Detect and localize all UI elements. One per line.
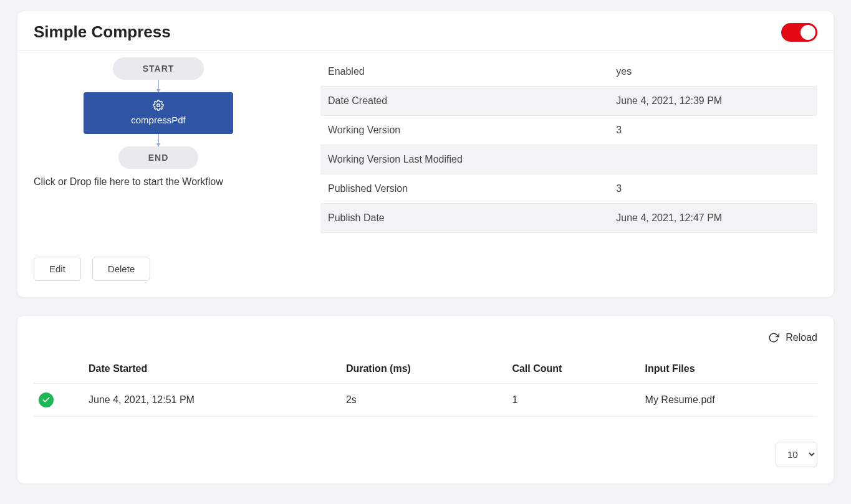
workflow-title: Simple Compress [34,22,171,42]
col-status [34,357,84,384]
col-duration: Duration (ms) [341,357,507,384]
pager-row: 10 [34,442,817,467]
info-label: Working Version [320,116,608,145]
runs-card: Reload Date Started Duration (ms) Call C… [17,316,834,483]
workflow-body: START compressPdf END Click or Drop file… [17,51,834,244]
runs-table: Date Started Duration (ms) Call Count In… [34,357,817,417]
runs-body: Reload Date Started Duration (ms) Call C… [17,316,834,483]
gear-icon [153,100,164,111]
col-call-count: Call Count [507,357,640,384]
flow-start-node: START [113,57,204,80]
cell-call-count: 1 [507,384,640,417]
workflow-info-table: Enabled yes Date Created June 4, 2021, 1… [320,57,817,233]
workflow-diagram-column: START compressPdf END Click or Drop file… [34,57,283,233]
enabled-toggle[interactable] [781,23,817,42]
table-row[interactable]: June 4, 2021, 12:51 PM 2s 1 My Resume.pd… [34,384,817,417]
info-row: Publish Date June 4, 2021, 12:47 PM [320,204,817,233]
info-value: yes [608,57,817,87]
runs-header-row: Date Started Duration (ms) Call Count In… [34,357,817,384]
workflow-actions: Edit Delete [17,244,834,297]
info-value: 3 [608,174,817,204]
info-value: June 4, 2021, 12:47 PM [608,204,817,233]
workflow-card-header: Simple Compress [17,11,834,51]
flow-arrow-icon [158,80,159,92]
info-row: Published Version 3 [320,174,817,204]
flow-step-node: compressPdf [84,92,233,134]
workflow-flow[interactable]: START compressPdf END [34,57,283,169]
cell-status [34,384,84,417]
flow-step-label: compressPdf [131,115,186,125]
flow-end-node: END [118,146,199,169]
info-row: Working Version 3 [320,116,817,145]
toggle-knob [801,25,815,40]
info-row: Date Created June 4, 2021, 12:39 PM [320,87,817,116]
delete-button[interactable]: Delete [92,257,150,281]
col-input-files: Input Files [640,357,817,384]
info-label: Publish Date [320,204,608,233]
cell-input-files: My Resume.pdf [640,384,817,417]
reload-button[interactable]: Reload [34,332,817,343]
flow-arrow-icon [158,134,159,146]
reload-label: Reload [786,332,817,343]
edit-button[interactable]: Edit [34,257,81,281]
info-label: Working Version Last Modified [320,145,608,174]
workflow-card: Simple Compress START compressPdf END Cl… [17,11,834,297]
info-row: Enabled yes [320,57,817,87]
drop-hint: Click or Drop file here to start the Wor… [34,176,283,188]
info-value: June 4, 2021, 12:39 PM [608,87,817,116]
cell-date-started: June 4, 2021, 12:51 PM [84,384,341,417]
info-value [608,145,817,174]
info-value: 3 [608,116,817,145]
info-label: Published Version [320,174,608,204]
info-row: Working Version Last Modified [320,145,817,174]
status-success-icon [39,392,54,407]
svg-point-0 [157,104,160,107]
info-label: Date Created [320,87,608,116]
info-label: Enabled [320,57,608,87]
reload-icon [768,332,779,343]
page-size-select[interactable]: 10 [776,442,817,467]
cell-duration: 2s [341,384,507,417]
col-date-started: Date Started [84,357,341,384]
